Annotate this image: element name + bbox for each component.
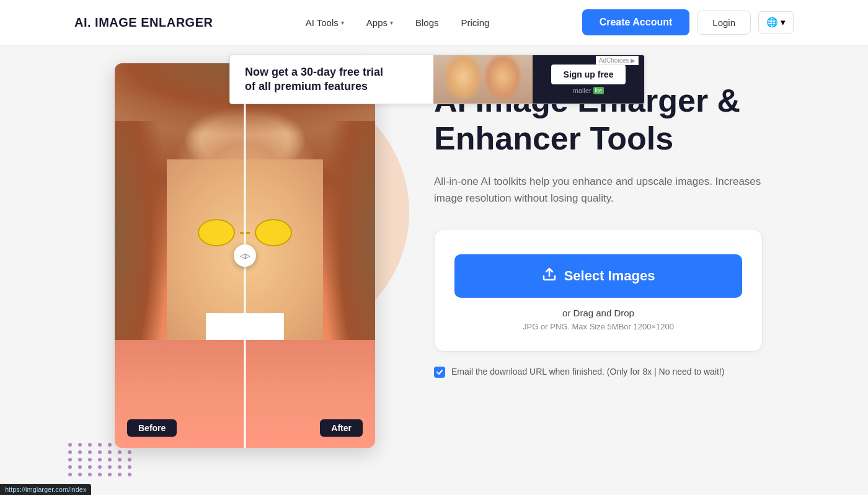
upload-box: Select Images or Drag and Drop JPG or PN… (434, 229, 763, 352)
after-label: After (320, 419, 363, 437)
upload-icon (542, 267, 557, 285)
main-content: Before After AI Image Enlarger & Enhance… (0, 45, 868, 495)
file-info-text: JPG or PNG. Max Size 5MBor 1200×1200 (454, 322, 742, 331)
nav-links: AI Tools ▾ Apps ▾ Blogs Pricing (297, 12, 498, 33)
ad-text: Now get a 30-day free trial of all premi… (230, 65, 433, 94)
nav-label-apps: Apps (366, 17, 388, 28)
nav-label-pricing: Pricing (461, 17, 490, 28)
ad-headline: Now get a 30-day free trial of all premi… (245, 65, 418, 94)
dot-grid-decoration (68, 443, 134, 476)
navbar-actions: Create Account Login 🌐 ▾ (582, 9, 794, 35)
comparison-container: Before After (115, 63, 375, 448)
email-text: Email the download URL when finished. (O… (451, 365, 724, 378)
lang-chevron-icon: ▾ (781, 17, 786, 28)
url-bar: https://imglarger.com/index (0, 484, 91, 495)
lens-left (198, 219, 235, 246)
email-checkbox[interactable] (434, 367, 445, 378)
select-images-label: Select Images (564, 268, 655, 284)
nav-item-apps[interactable]: Apps ▾ (358, 12, 402, 33)
hero-subtitle: All-in-one AI toolkits help you enhance … (434, 173, 769, 207)
nav-item-blogs[interactable]: Blogs (407, 12, 448, 33)
nav-label-aitools: AI Tools (306, 17, 339, 28)
globe-icon: 🌐 (766, 17, 778, 28)
drag-drop-text: or Drag and Drop (454, 308, 742, 318)
nav-item-aitools[interactable]: AI Tools ▾ (297, 12, 353, 33)
image-section: Before After (0, 45, 397, 495)
before-label: Before (127, 419, 177, 437)
nav-item-pricing[interactable]: Pricing (453, 12, 498, 33)
ad-signup-button[interactable]: Sign up free (551, 65, 626, 84)
select-images-button[interactable]: Select Images (454, 254, 742, 298)
ad-choices-label: AdChoices ▶ (596, 56, 639, 65)
ad-brand-badge: lite (593, 87, 604, 94)
chevron-down-icon: ▾ (341, 19, 344, 26)
nav-label-blogs: Blogs (415, 17, 439, 28)
chevron-down-icon: ▾ (390, 19, 393, 26)
ad-banner: Now get a 30-day free trial of all premi… (229, 55, 645, 104)
language-button[interactable]: 🌐 ▾ (758, 11, 794, 33)
lens-right (255, 219, 292, 246)
site-logo: AI. IMAGE ENLARGER (74, 16, 213, 30)
email-row: Email the download URL when finished. (O… (434, 365, 763, 378)
hero-section: AI Image Enlarger & Enhancer Tools All-i… (397, 45, 868, 495)
comparison-handle[interactable] (234, 244, 256, 267)
create-account-button[interactable]: Create Account (582, 9, 690, 35)
ad-image (433, 55, 533, 104)
navbar: AI. IMAGE ENLARGER AI Tools ▾ Apps ▾ Blo… (0, 0, 868, 45)
ad-brand: mailer lite (573, 87, 604, 94)
ad-image-mock (433, 55, 533, 104)
login-button[interactable]: Login (697, 11, 751, 35)
